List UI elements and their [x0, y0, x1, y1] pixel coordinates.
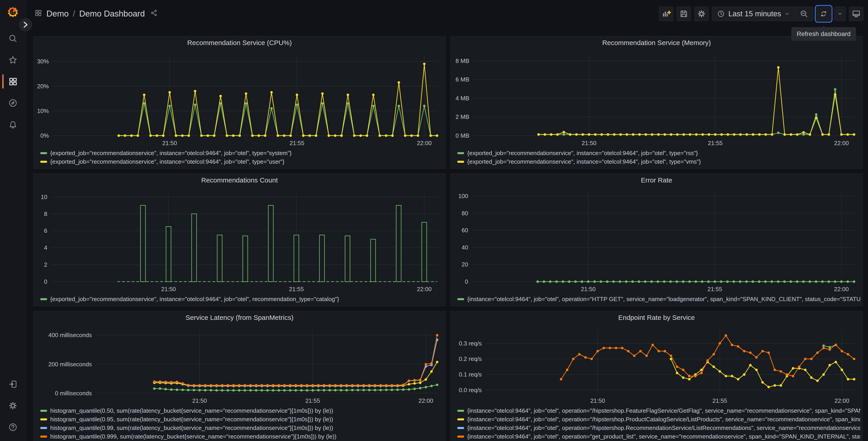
sidebar-item-settings[interactable]: [0, 395, 26, 416]
time-series-chart[interactable]: 21:5021:5522:000 milliseconds200 millise…: [34, 324, 445, 406]
sidebar-nav-top: [0, 28, 26, 135]
save-icon: [679, 9, 688, 19]
legend-label: histogram_quantile(0.999, sum(rate(laten…: [50, 433, 337, 440]
time-series-chart[interactable]: 21:5021:5522:00020406080100: [452, 187, 862, 294]
legend-item[interactable]: histogram_quantile(0.50, sum(rate(latenc…: [40, 406, 443, 415]
legend-label: {exported_job="recommendationservice", i…: [50, 150, 292, 157]
legend-item[interactable]: {instance="otelcol:9464", job="otel", op…: [457, 406, 860, 415]
legend-swatch: [40, 427, 47, 429]
save-dashboard-button[interactable]: [677, 6, 691, 21]
svg-text:0.0 req/s: 0.0 req/s: [459, 387, 482, 393]
sidebar-item-search[interactable]: [0, 28, 26, 49]
panel-header[interactable]: Service Latency (from SpanMetrics): [33, 311, 445, 324]
chart-area: 21:5021:5522:000246810: [33, 187, 445, 294]
sidebar-nav-bottom: [0, 373, 26, 438]
time-series-chart[interactable]: 21:5021:5522:000 MB2 MB4 MB6 MB8 MB: [452, 49, 862, 148]
legend-swatch: [457, 436, 464, 438]
panel-header[interactable]: Endpoint Rate by Service: [451, 311, 863, 324]
chevron-down-icon: [784, 11, 790, 17]
legend-item[interactable]: {instance="otelcol:9464", job="otel", op…: [457, 295, 860, 303]
legend-item[interactable]: {exported_job="recommendationservice", i…: [40, 295, 443, 303]
dashboard-settings-button[interactable]: [694, 6, 709, 21]
legend-swatch: [40, 410, 47, 412]
panel-header[interactable]: Recommendation Service (CPU%): [33, 36, 445, 49]
add-panel-icon: [661, 9, 671, 19]
panel-title[interactable]: Recommendation Service (CPU%): [187, 39, 292, 47]
sidebar-item-starred[interactable]: [0, 49, 26, 70]
expand-sidebar-button[interactable]: [19, 18, 32, 31]
svg-text:0: 0: [465, 278, 468, 285]
svg-text:21:55: 21:55: [708, 286, 722, 293]
breadcrumb-folder[interactable]: Demo: [46, 9, 69, 19]
breadcrumb: Demo / Demo Dashboard: [34, 9, 158, 19]
svg-text:21:50: 21:50: [581, 286, 595, 293]
panel-title[interactable]: Recommendations Count: [201, 176, 278, 184]
refresh-icon: [819, 9, 828, 19]
legend-item[interactable]: histogram_quantile(0.95, sum(rate(latenc…: [40, 415, 443, 423]
panel-title[interactable]: Error Rate: [641, 176, 672, 184]
legend-label: {exported_job="recommendationservice", i…: [467, 150, 698, 157]
svg-text:22:00: 22:00: [417, 286, 432, 293]
chart-area: 21:5021:5522:000.0 req/s0.1 req/s0.2 req…: [451, 324, 863, 406]
chart-area: 21:5021:5522:000 MB2 MB4 MB6 MB8 MB: [451, 49, 863, 148]
sidebar-item-alerting[interactable]: [0, 114, 26, 135]
legend-item[interactable]: {instance="otelcol:9464", job="otel", op…: [457, 423, 860, 432]
svg-text:21:50: 21:50: [590, 397, 605, 404]
sidebar-item-explore[interactable]: [0, 92, 26, 114]
legend-label: {instance="otelcol:9464", job="otel", op…: [467, 296, 860, 303]
legend-item[interactable]: histogram_quantile(0.99, sum(rate(latenc…: [40, 423, 443, 432]
zoom-out-button[interactable]: [795, 7, 813, 21]
zoom-out-icon: [800, 9, 808, 18]
legend-label: {instance="otelcol:9464", job="otel", op…: [467, 424, 860, 432]
kiosk-mode-button[interactable]: [849, 6, 864, 21]
legend-label: histogram_quantile(0.99, sum(rate(latenc…: [50, 424, 333, 432]
add-panel-button[interactable]: [659, 6, 673, 21]
share-icon[interactable]: [150, 9, 158, 19]
sidebar: [0, 0, 26, 441]
refresh-interval-dropdown[interactable]: [834, 6, 846, 21]
legend-label: histogram_quantile(0.95, sum(rate(latenc…: [50, 416, 333, 423]
panel-header[interactable]: Recommendations Count: [33, 174, 445, 187]
svg-text:22:00: 22:00: [417, 140, 432, 146]
legend-item[interactable]: {instance="otelcol:9464", job="otel", op…: [457, 432, 860, 441]
legend-label: {instance="otelcol:9464", job="otel", op…: [467, 407, 860, 414]
grafana-logo-icon[interactable]: [7, 6, 19, 19]
svg-text:4: 4: [44, 244, 47, 251]
svg-text:6: 6: [44, 227, 47, 234]
svg-text:2 MB: 2 MB: [456, 113, 469, 120]
bell-icon: [8, 120, 18, 129]
panel-header[interactable]: Error Rate: [451, 174, 863, 187]
svg-text:21:55: 21:55: [289, 286, 304, 293]
panel-title[interactable]: Service Latency (from SpanMetrics): [186, 314, 293, 321]
legend-item[interactable]: {exported_job="recommendationservice", i…: [40, 157, 443, 166]
sidebar-item-help[interactable]: [0, 416, 26, 438]
legend: {instance="otelcol:9464", job="otel", op…: [451, 406, 863, 441]
refresh-dashboard-button[interactable]: [816, 6, 831, 21]
panel-title[interactable]: Endpoint Rate by Service: [618, 314, 695, 321]
legend-item[interactable]: {exported_job="recommendationservice", i…: [457, 157, 860, 166]
svg-text:0: 0: [44, 278, 47, 285]
time-series-chart[interactable]: 21:5021:5522:000.0 req/s0.1 req/s0.2 req…: [452, 324, 862, 406]
legend-swatch: [40, 436, 47, 438]
time-series-chart[interactable]: 21:5021:5522:000246810: [34, 187, 445, 294]
svg-text:21:55: 21:55: [290, 140, 304, 146]
svg-text:0 MB: 0 MB: [456, 132, 469, 139]
legend-item[interactable]: {instance="otelcol:9464", job="otel", op…: [457, 415, 860, 423]
legend-item[interactable]: {exported_job="recommendationservice", i…: [457, 149, 860, 157]
sidebar-item-sign-in[interactable]: [0, 373, 26, 395]
legend-item[interactable]: {exported_job="recommendationservice", i…: [40, 149, 443, 157]
legend-label: {instance="otelcol:9464", job="otel", op…: [467, 433, 860, 440]
panel-title[interactable]: Recommendation Service (Memory): [602, 39, 711, 47]
svg-text:22:00: 22:00: [834, 140, 849, 146]
legend-label: {exported_job="recommendationservice", i…: [50, 158, 284, 165]
svg-text:21:50: 21:50: [161, 286, 176, 293]
sidebar-item-dashboards[interactable]: [0, 70, 26, 92]
svg-text:60: 60: [462, 227, 468, 234]
panel-count: Recommendations Count 21:5021:5522:00024…: [33, 173, 446, 306]
svg-text:40: 40: [462, 244, 468, 251]
time-range-picker[interactable]: Last 15 minutes: [712, 7, 795, 21]
legend-item[interactable]: histogram_quantile(0.999, sum(rate(laten…: [40, 432, 443, 441]
dashboard-apps-icon: [34, 9, 42, 19]
time-series-chart[interactable]: 21:5021:5522:000%10%20%30%: [34, 49, 445, 148]
breadcrumb-dashboard[interactable]: Demo Dashboard: [79, 9, 145, 19]
